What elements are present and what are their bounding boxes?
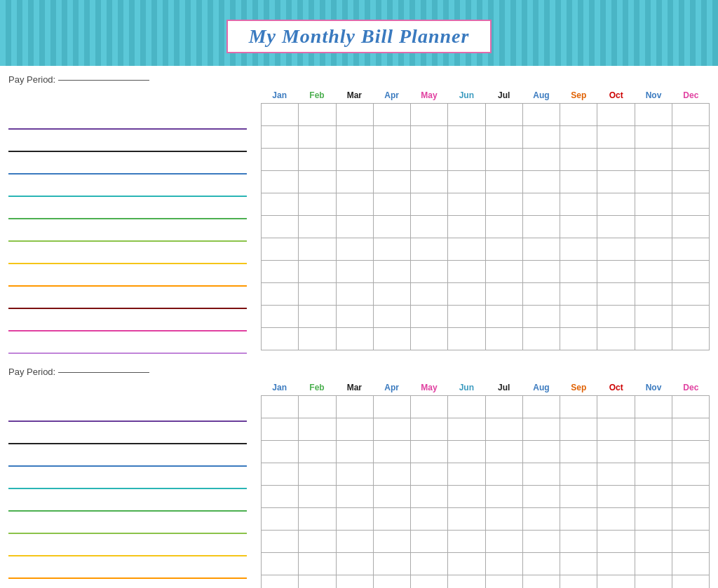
table-row[interactable] bbox=[374, 149, 411, 171]
table-row[interactable] bbox=[597, 418, 635, 441]
table-row[interactable] bbox=[672, 508, 710, 531]
table-row[interactable] bbox=[411, 104, 448, 126]
table-row[interactable] bbox=[411, 306, 448, 328]
table-row[interactable] bbox=[486, 463, 523, 486]
table-row[interactable] bbox=[635, 238, 672, 261]
table-row[interactable] bbox=[337, 463, 374, 486]
table-row[interactable] bbox=[635, 531, 672, 553]
table-row[interactable] bbox=[448, 575, 485, 588]
table-row[interactable] bbox=[597, 486, 635, 508]
table-row[interactable] bbox=[448, 508, 485, 531]
table-row[interactable] bbox=[337, 575, 374, 588]
table-row[interactable] bbox=[299, 328, 336, 350]
table-row[interactable] bbox=[672, 553, 710, 575]
table-row[interactable] bbox=[560, 396, 597, 418]
table-row[interactable] bbox=[337, 486, 374, 508]
table-row[interactable] bbox=[597, 283, 635, 306]
table-row[interactable] bbox=[486, 126, 523, 149]
table-row[interactable] bbox=[486, 328, 523, 350]
table-row[interactable] bbox=[635, 486, 672, 508]
table-row[interactable] bbox=[337, 238, 374, 261]
table-row[interactable] bbox=[560, 463, 597, 486]
table-row[interactable] bbox=[411, 418, 448, 441]
table-row[interactable] bbox=[337, 193, 374, 216]
table-row[interactable] bbox=[672, 283, 710, 306]
table-row[interactable] bbox=[411, 261, 448, 283]
table-row[interactable] bbox=[262, 418, 299, 441]
table-row[interactable] bbox=[411, 396, 448, 418]
table-row[interactable] bbox=[448, 261, 485, 283]
table-row[interactable] bbox=[523, 486, 560, 508]
table-row[interactable] bbox=[486, 216, 523, 238]
table-row[interactable] bbox=[635, 261, 672, 283]
table-row[interactable] bbox=[635, 441, 672, 463]
table-row[interactable] bbox=[411, 508, 448, 531]
table-row[interactable] bbox=[448, 104, 485, 126]
table-row[interactable] bbox=[523, 104, 560, 126]
table-row[interactable] bbox=[262, 396, 299, 418]
table-row[interactable] bbox=[448, 553, 485, 575]
table-row[interactable] bbox=[560, 306, 597, 328]
table-row[interactable] bbox=[374, 553, 411, 575]
table-row[interactable] bbox=[374, 508, 411, 531]
table-row[interactable] bbox=[299, 531, 336, 553]
table-row[interactable] bbox=[299, 463, 336, 486]
table-row[interactable] bbox=[597, 306, 635, 328]
table-row[interactable] bbox=[411, 328, 448, 350]
table-row[interactable] bbox=[262, 553, 299, 575]
table-row[interactable] bbox=[262, 328, 299, 350]
table-row[interactable] bbox=[262, 193, 299, 216]
table-row[interactable] bbox=[262, 283, 299, 306]
table-row[interactable] bbox=[486, 104, 523, 126]
table-row[interactable] bbox=[635, 328, 672, 350]
table-row[interactable] bbox=[635, 575, 672, 588]
table-row[interactable] bbox=[672, 463, 710, 486]
table-row[interactable] bbox=[411, 553, 448, 575]
table-row[interactable] bbox=[597, 216, 635, 238]
table-row[interactable] bbox=[523, 418, 560, 441]
table-row[interactable] bbox=[411, 463, 448, 486]
table-row[interactable] bbox=[299, 575, 336, 588]
table-row[interactable] bbox=[523, 306, 560, 328]
table-row[interactable] bbox=[672, 104, 710, 126]
table-row[interactable] bbox=[262, 575, 299, 588]
table-row[interactable] bbox=[337, 261, 374, 283]
table-row[interactable] bbox=[523, 238, 560, 261]
table-row[interactable] bbox=[374, 171, 411, 193]
table-row[interactable] bbox=[635, 149, 672, 171]
table-row[interactable] bbox=[635, 418, 672, 441]
table-row[interactable] bbox=[523, 261, 560, 283]
table-row[interactable] bbox=[560, 531, 597, 553]
table-row[interactable] bbox=[299, 283, 336, 306]
table-row[interactable] bbox=[597, 553, 635, 575]
table-row[interactable] bbox=[597, 531, 635, 553]
table-row[interactable] bbox=[486, 306, 523, 328]
table-row[interactable] bbox=[411, 238, 448, 261]
table-row[interactable] bbox=[486, 261, 523, 283]
table-row[interactable] bbox=[560, 553, 597, 575]
table-row[interactable] bbox=[299, 193, 336, 216]
table-row[interactable] bbox=[448, 306, 485, 328]
table-row[interactable] bbox=[523, 193, 560, 216]
table-row[interactable] bbox=[411, 126, 448, 149]
table-row[interactable] bbox=[374, 193, 411, 216]
table-row[interactable] bbox=[262, 531, 299, 553]
table-row[interactable] bbox=[262, 238, 299, 261]
table-row[interactable] bbox=[374, 283, 411, 306]
table-row[interactable] bbox=[486, 418, 523, 441]
table-row[interactable] bbox=[635, 171, 672, 193]
table-row[interactable] bbox=[560, 238, 597, 261]
table-row[interactable] bbox=[523, 531, 560, 553]
table-row[interactable] bbox=[299, 238, 336, 261]
table-row[interactable] bbox=[262, 126, 299, 149]
table-row[interactable] bbox=[560, 441, 597, 463]
table-row[interactable] bbox=[411, 171, 448, 193]
table-row[interactable] bbox=[672, 396, 710, 418]
table-row[interactable] bbox=[635, 216, 672, 238]
table-row[interactable] bbox=[597, 441, 635, 463]
table-row[interactable] bbox=[448, 238, 485, 261]
table-row[interactable] bbox=[374, 126, 411, 149]
table-row[interactable] bbox=[597, 193, 635, 216]
table-row[interactable] bbox=[299, 418, 336, 441]
table-row[interactable] bbox=[672, 306, 710, 328]
